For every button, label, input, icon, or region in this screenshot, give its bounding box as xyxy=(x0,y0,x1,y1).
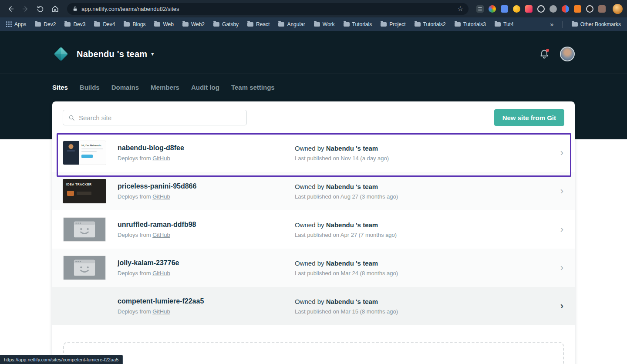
site-deploy-line: Deploys from GitHub xyxy=(118,232,295,238)
bookmark-label: Tutorials3 xyxy=(463,21,486,27)
chevron-down-icon[interactable]: ▾ xyxy=(151,51,154,57)
extension-orange-icon[interactable] xyxy=(574,5,581,13)
bookmark-folder[interactable]: Project xyxy=(381,21,405,27)
bookmarks-divider xyxy=(563,21,563,28)
site-name: nabendu-blog-d8fee xyxy=(118,144,295,152)
folder-icon xyxy=(344,22,350,27)
extension-yellow-icon[interactable] xyxy=(513,5,520,13)
bookmark-folder[interactable]: Angular xyxy=(278,21,305,27)
folder-icon xyxy=(572,22,578,27)
site-name: unruffled-raman-ddfb98 xyxy=(118,221,295,229)
tab-builds[interactable]: Builds xyxy=(80,84,100,91)
extension-brown-icon[interactable] xyxy=(598,5,606,13)
folder-icon xyxy=(455,22,461,27)
extension-json-icon[interactable] xyxy=(476,5,484,13)
address-bar[interactable]: ☆ xyxy=(67,3,469,15)
other-bookmarks[interactable]: Other Bookmarks xyxy=(572,21,621,27)
chevron-right-icon[interactable]: › xyxy=(560,186,564,196)
bookmark-folder[interactable]: Web xyxy=(154,21,173,27)
extension-redblue-icon[interactable] xyxy=(562,5,569,13)
site-thumbnail-placeholder xyxy=(63,217,106,242)
bookmark-folder[interactable]: Work xyxy=(314,21,335,27)
search-icon xyxy=(68,115,75,121)
extension-clock-icon[interactable] xyxy=(586,5,593,13)
bookmark-label: Dev3 xyxy=(73,21,85,27)
bookmark-label: Other Bookmarks xyxy=(580,21,621,27)
site-deploy-line: Deploys from GitHub xyxy=(118,308,295,315)
bookmark-label: Angular xyxy=(287,21,305,27)
extension-grid-icon[interactable] xyxy=(501,5,508,13)
bookmark-label: Tutorials xyxy=(352,21,372,27)
site-owner-line: Owned by Nabendu 's team xyxy=(295,221,560,229)
github-link[interactable]: GitHub xyxy=(152,308,170,315)
site-row-jolly-kalam[interactable]: jolly-kalam-23776e Deploys from GitHub O… xyxy=(52,249,575,287)
extension-ring-icon[interactable] xyxy=(537,5,545,13)
site-row-nabendu-blog[interactable]: Hi, I'm Nabendu. nabendu-blog-d8fee Depl… xyxy=(52,134,575,172)
bookmark-apps[interactable]: Apps xyxy=(6,21,26,27)
bookmark-folder[interactable]: Web2 xyxy=(182,21,205,27)
thumbnail-text: IDEA TRACKER xyxy=(66,183,92,186)
chevron-right-icon[interactable]: › xyxy=(560,225,564,234)
site-search[interactable] xyxy=(63,110,247,125)
site-row-competent-lumiere[interactable]: competent-lumiere-f22aa5 Deploys from Gi… xyxy=(52,287,575,325)
folder-icon xyxy=(247,22,253,27)
folder-icon xyxy=(94,22,100,27)
tab-domains[interactable]: Domains xyxy=(111,84,139,91)
extension-pinwheel-icon[interactable] xyxy=(489,5,496,13)
new-site-dropzone[interactable] xyxy=(63,342,564,364)
bookmarks-overflow-chevron[interactable]: » xyxy=(550,20,553,28)
bookmark-folder[interactable]: Tut4 xyxy=(495,21,514,27)
bookmark-folder[interactable]: Blogs xyxy=(124,21,145,27)
site-deploy-line: Deploys from GitHub xyxy=(118,155,295,162)
github-link[interactable]: GitHub xyxy=(152,155,170,162)
site-thumbnail: IDEA TRACKER xyxy=(63,179,106,203)
forward-icon[interactable] xyxy=(19,3,31,15)
new-site-from-git-button[interactable]: New site from Git xyxy=(494,109,564,126)
extension-pencil-icon[interactable] xyxy=(525,5,533,13)
bookmark-star-icon[interactable]: ☆ xyxy=(458,5,463,13)
chevron-right-icon[interactable]: › xyxy=(560,301,564,311)
reload-icon[interactable] xyxy=(34,3,46,15)
site-row-priceless-panini[interactable]: IDEA TRACKER priceless-panini-95d866 Dep… xyxy=(52,172,575,210)
bookmark-folder[interactable]: Tutorials xyxy=(344,21,372,27)
bookmark-folder[interactable]: Dev4 xyxy=(94,21,115,27)
site-row-unruffled-raman[interactable]: unruffled-raman-ddfb98 Deploys from GitH… xyxy=(52,210,575,249)
search-input[interactable] xyxy=(79,114,241,121)
bookmark-folder[interactable]: Gatsby xyxy=(213,21,239,27)
url-input[interactable] xyxy=(81,6,454,12)
chevron-right-icon[interactable]: › xyxy=(560,263,564,273)
browser-profile-avatar[interactable] xyxy=(613,4,623,14)
extension-gray-icon[interactable] xyxy=(549,5,557,13)
bookmark-label: React xyxy=(256,21,270,27)
notifications-bell-icon[interactable] xyxy=(539,49,549,59)
tab-team-settings[interactable]: Team settings xyxy=(231,84,275,91)
bookmark-folder[interactable]: Tutorials2 xyxy=(415,21,446,27)
bookmark-folder[interactable]: Dev2 xyxy=(35,21,56,27)
site-name: priceless-panini-95d866 xyxy=(118,182,295,190)
tab-members[interactable]: Members xyxy=(151,84,179,91)
bookmark-folder[interactable]: Tutorials3 xyxy=(455,21,486,27)
team-name[interactable]: Nabendu 's team xyxy=(77,49,147,59)
home-icon[interactable] xyxy=(49,3,61,15)
netlify-logo-icon[interactable] xyxy=(52,45,70,63)
folder-icon xyxy=(182,22,189,27)
site-thumbnail: Hi, I'm Nabendu. xyxy=(63,141,106,165)
bookmark-label: Dev2 xyxy=(44,21,56,27)
sites-card: New site from Git Hi, I'm Nabendu. naben… xyxy=(52,101,575,364)
site-deploy-line: Deploys from GitHub xyxy=(118,193,295,200)
user-avatar[interactable] xyxy=(560,47,575,61)
thumbnail-text: Hi, I'm Nabendu. xyxy=(81,144,103,147)
bookmark-label: Work xyxy=(323,21,335,27)
back-icon[interactable] xyxy=(4,3,17,15)
github-link[interactable]: GitHub xyxy=(152,193,170,200)
github-link[interactable]: GitHub xyxy=(152,270,170,276)
folder-icon xyxy=(64,22,71,27)
bookmark-folder[interactable]: React xyxy=(247,21,270,27)
site-published: Last published on Nov 14 (a day ago) xyxy=(295,155,560,162)
chevron-right-icon[interactable]: › xyxy=(560,148,564,158)
tab-sites[interactable]: Sites xyxy=(52,84,68,91)
bookmark-folder[interactable]: Dev3 xyxy=(64,21,85,27)
bookmark-label: Apps xyxy=(14,21,26,27)
github-link[interactable]: GitHub xyxy=(152,232,170,238)
tab-audit-log[interactable]: Audit log xyxy=(191,84,219,91)
